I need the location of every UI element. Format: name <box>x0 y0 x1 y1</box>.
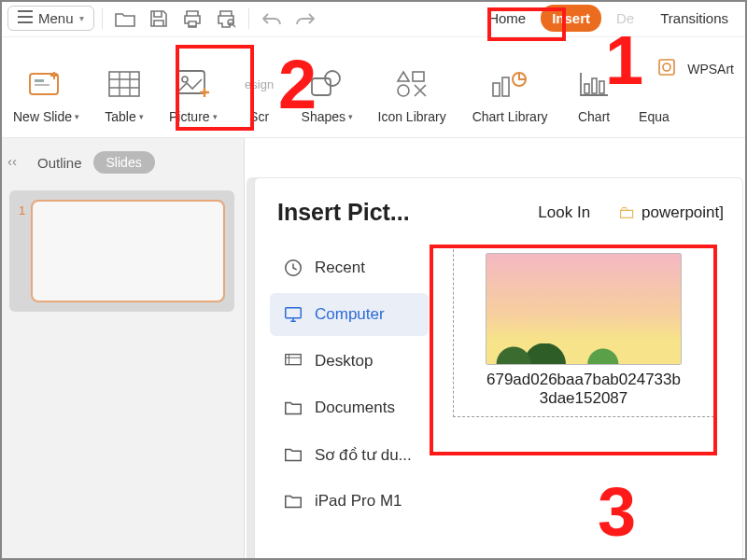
ribbon-chart-library[interactable]: Chart Library <box>465 47 555 128</box>
print-icon[interactable] <box>177 6 207 32</box>
redo-icon[interactable] <box>290 6 320 32</box>
ribbon-shapes[interactable]: Shapes▾ <box>296 47 359 128</box>
file-name: 679ad026baa7bab024733b3dae152087 <box>486 371 681 409</box>
table-icon <box>105 64 144 104</box>
ribbon-label: Chart <box>578 109 610 124</box>
svg-rect-17 <box>659 60 674 75</box>
tab-home[interactable]: Home <box>477 5 537 32</box>
svg-point-10 <box>398 85 409 96</box>
collapse-panel-icon[interactable]: ‹‹ <box>7 153 17 169</box>
ribbon-wpsart[interactable]: WPSArt <box>652 54 740 83</box>
picture-icon <box>174 64 213 104</box>
print-preview-icon[interactable] <box>211 6 241 32</box>
screenshot-icon: esign <box>240 64 279 104</box>
place-label: iPad Pro M1 <box>315 492 402 511</box>
chevron-down-icon: ▾ <box>79 13 84 23</box>
file-item[interactable]: 679ad026baa7bab024733b3dae152087 <box>453 245 714 417</box>
tab-outline[interactable]: Outline <box>37 155 82 171</box>
ribbon-table[interactable]: Table▾ <box>96 47 152 128</box>
place-documents[interactable]: Documents <box>270 386 429 429</box>
ribbon-chart[interactable]: Chart <box>566 47 622 128</box>
svg-rect-2 <box>35 79 44 82</box>
slide-number: 1 <box>19 203 25 217</box>
place-custom-2[interactable]: iPad Pro M1 <box>270 480 429 523</box>
chart-icon <box>574 64 613 104</box>
place-desktop[interactable]: Desktop <box>270 340 429 383</box>
svg-rect-14 <box>585 84 589 93</box>
chart-library-icon <box>490 64 529 104</box>
svg-rect-16 <box>599 81 604 93</box>
place-custom-1[interactable]: Sơ đồ tư du... <box>270 433 429 476</box>
look-in-folder[interactable]: 🗀 powerpoint] <box>618 203 724 223</box>
place-label: Recent <box>315 259 365 277</box>
place-label: Computer <box>315 305 385 324</box>
dialog-title: Insert Pict... <box>277 199 410 226</box>
places-sidebar: Recent Computer Desktop Documents Sơ đồ … <box>270 241 429 523</box>
ribbon-label: Chart Library <box>472 109 548 124</box>
folder-icon <box>283 491 303 511</box>
ribbon-label: Shapes <box>302 109 345 124</box>
ribbon-screenshot[interactable]: esign Scr <box>234 47 285 128</box>
place-recent[interactable]: Recent <box>270 246 429 289</box>
look-in-label: Look In <box>538 203 590 222</box>
svg-rect-21 <box>286 355 302 365</box>
svg-point-6 <box>182 77 188 82</box>
title-toolbar: Menu ▾ Home Insert De Transitions <box>0 0 747 37</box>
new-slide-icon <box>27 64 66 104</box>
ribbon-label: Equa <box>639 109 669 124</box>
undo-icon[interactable] <box>257 6 287 32</box>
chevron-down-icon: ▾ <box>75 112 79 121</box>
ribbon-picture[interactable]: Picture▾ <box>163 47 223 128</box>
ribbon-new-slide[interactable]: New Slide▾ <box>7 47 85 128</box>
clock-icon <box>283 258 303 278</box>
slide-panel: ‹‹ Outline Slides 1 <box>0 138 245 560</box>
monitor-icon <box>283 304 303 325</box>
ribbon-label: Table <box>105 109 135 124</box>
hamburger-icon <box>18 10 33 26</box>
file-browser: 679ad026baa7bab024733b3dae152087 <box>438 241 727 523</box>
place-label: Sơ đồ tư du... <box>315 445 412 465</box>
icon-library-icon <box>392 64 431 104</box>
chevron-down-icon: ▾ <box>139 112 144 121</box>
svg-rect-4 <box>109 72 139 96</box>
ribbon-label: Icon Library <box>378 109 446 124</box>
shapes-icon <box>307 64 346 104</box>
tab-design[interactable]: De <box>605 5 645 32</box>
svg-rect-20 <box>286 308 302 318</box>
ribbon-label: New Slide <box>13 109 72 124</box>
wpsart-icon <box>657 58 676 79</box>
insert-picture-dialog: Insert Pict... Look In 🗀 powerpoint] Rec… <box>254 177 743 560</box>
svg-rect-9 <box>413 72 424 81</box>
chevron-down-icon: ▾ <box>213 112 218 121</box>
place-label: Desktop <box>315 352 373 371</box>
slide-thumbnail <box>31 200 225 302</box>
folder-icon: 🗀 <box>618 203 636 223</box>
tab-insert[interactable]: Insert <box>541 5 601 32</box>
ribbon-label: Scr <box>249 109 269 124</box>
place-computer[interactable]: Computer <box>270 293 429 336</box>
menu-button[interactable]: Menu ▾ <box>7 6 94 31</box>
open-icon[interactable] <box>110 6 140 32</box>
folder-icon <box>283 398 303 418</box>
svg-point-18 <box>663 63 670 71</box>
folder-name: powerpoint] <box>641 203 724 222</box>
menu-label: Menu <box>38 10 74 26</box>
svg-rect-3 <box>35 84 49 86</box>
ribbon-label: Picture <box>169 109 210 124</box>
chevron-down-icon: ▾ <box>348 112 353 121</box>
tab-slides[interactable]: Slides <box>93 151 155 174</box>
desktop-icon <box>283 351 303 371</box>
folder-icon <box>283 444 303 465</box>
save-icon[interactable] <box>144 6 174 32</box>
place-label: Documents <box>315 399 395 417</box>
ribbon-label: WPSArt <box>687 62 734 77</box>
svg-rect-7 <box>312 78 331 95</box>
tab-transitions[interactable]: Transitions <box>649 5 740 32</box>
slide-thumbnail-1[interactable]: 1 <box>9 190 234 312</box>
svg-rect-15 <box>592 78 597 93</box>
file-thumbnail <box>486 253 682 365</box>
svg-rect-11 <box>493 83 500 96</box>
ribbon-icon-library[interactable]: Icon Library <box>370 47 454 128</box>
svg-rect-12 <box>502 77 509 96</box>
ribbon-insert: New Slide▾ Table▾ Picture▾ esign Scr Sha… <box>0 37 747 138</box>
